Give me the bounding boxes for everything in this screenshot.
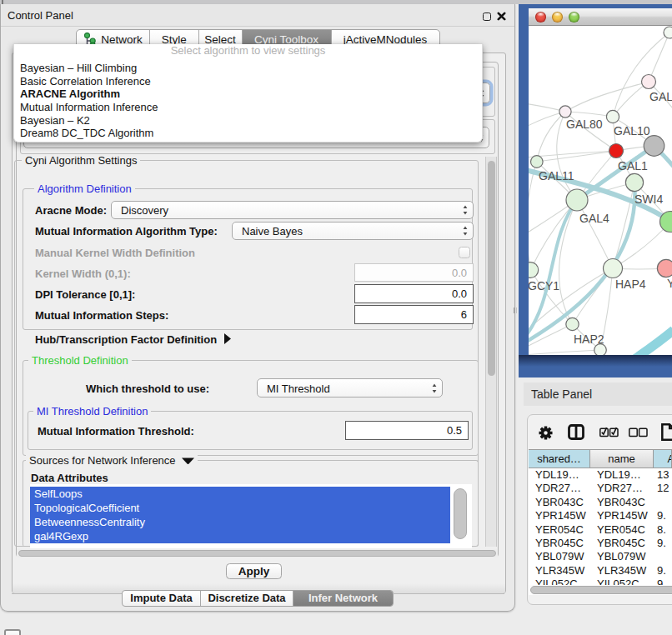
table-cell: YER054C [529,523,590,537]
cyni-algorithm-settings-title: Cyni Algorithm Settings [22,155,140,166]
bottom-tab-impute-data[interactable]: Impute Data [123,591,201,606]
collapse-arrow-icon[interactable] [182,458,194,465]
attribute-list-item[interactable]: TopologicalCoefficient [30,501,450,515]
settings-hscrollbar-thumb[interactable] [18,550,496,557]
bottom-tab-label: Discretize Data [208,592,285,604]
network-node-GAL80[interactable] [559,106,571,118]
manual-kernel-checkbox[interactable] [459,247,470,258]
combo-value: Naive Bayes [242,225,303,238]
table-row[interactable]: YBR045CYBR045C9. [529,537,672,550]
which-threshold-combo[interactable]: MI Threshold [257,378,443,398]
attribute-list-item[interactable]: BetweennessCentrality [30,515,450,529]
apply-button[interactable]: Apply [226,563,282,579]
mi-type-combo[interactable]: Naive Bayes [232,222,474,240]
settings-hscrollbar[interactable] [17,549,498,558]
network-node-n-top[interactable] [664,27,672,38]
network-node-salmon[interactable] [657,259,672,277]
table-cell: 9. [654,509,672,522]
network-edge [613,32,669,117]
network-edge-highlight [632,330,672,355]
combo-value: Discovery [121,204,168,217]
table-row[interactable]: YPR145WYPR145W9. [529,509,672,522]
float-window-icon[interactable] [483,12,491,21]
algorithm-dropdown-popup: Select algorithm to view settingsBayesia… [13,44,483,142]
sources-title-label: Sources for Network Inference [29,454,176,467]
dropdown-item[interactable]: ARACNE Algorithm [14,88,482,101]
which-threshold-label: Which threshold to use: [86,382,209,395]
table-column-header[interactable]: shared… [529,450,590,468]
network-window-titlebar[interactable] [529,8,672,26]
table-row[interactable]: YDL19…YDL19…13 [529,468,672,482]
dropdown-item[interactable]: Basic Correlation Inference [14,75,482,88]
table-column-header[interactable]: A [654,450,672,468]
document-icon[interactable] [661,423,672,441]
table-cell: 8. [654,523,672,537]
network-node-GAL10n[interactable] [606,110,619,122]
gear-icon[interactable] [539,426,553,440]
settings-vscrollbar-thumb[interactable] [488,161,495,376]
table-row[interactable]: YIL052CYIL052C9. [529,578,672,585]
dpi-tolerance-field[interactable]: 0.0 [354,284,474,303]
network-node-label: GAL4 [579,212,609,225]
table-cell: YPR145W [590,509,654,522]
network-node-GAL4[interactable] [566,189,588,211]
splitter-handle[interactable] [514,308,517,313]
table-panel-title: Table Panel [531,388,592,401]
aracne-mode-combo[interactable]: Discovery [111,201,474,219]
network-node-label: HAP2 [574,332,604,346]
network-node-HAP2[interactable] [566,318,579,330]
table-row[interactable]: YER054CYER054C8. [529,523,672,537]
dropdown-item[interactable]: Bayesian – Hill Climbing [14,62,482,75]
table-body: YDL19…YDL19…13YDR27…YDR27…12YBR043CYBR04… [529,468,672,585]
unchecked-columns-icon[interactable] [629,427,648,438]
kernel-width-field[interactable]: 0.0 [354,263,474,282]
hub-definition-label[interactable]: Hub/Transcription Factor Definition [35,333,217,346]
network-node-SWI4[interactable] [625,173,643,191]
minimize-traffic-light[interactable] [552,12,563,22]
network-node-label: GAL11 [539,169,574,182]
network-node-gray[interactable] [644,136,664,157]
network-node-GAL11[interactable] [531,156,544,168]
data-attributes-list[interactable]: SelfLoopsTopologicalCoefficientBetweenne… [30,484,472,548]
settings-vscrollbar[interactable] [485,157,497,547]
dropdown-item[interactable]: Bayesian – K2 [14,114,482,128]
network-node-HAP4[interactable] [604,259,623,278]
network-canvas[interactable]: GAL7GAL80GAL10GAL1GAL11SWI4GAL4GCY1HAP4Y… [529,26,672,355]
attribute-list-item[interactable]: gal4RGexp [30,529,450,543]
table-panel-titlebar: Table Panel [524,382,672,406]
checked-columns-icon[interactable] [599,427,619,438]
table-hscrollbar-thumb[interactable] [530,586,672,594]
manual-kernel-label: Manual Kernel Width Definition [35,247,195,259]
list-scrollbar-thumb[interactable] [454,488,467,539]
network-node-label: GCY1 [529,279,559,292]
dropdown-item[interactable]: Mutual Information Inference [14,101,482,114]
table-row[interactable]: YDR27…YDR27…12 [529,482,672,495]
mi-threshold-field[interactable]: 0.5 [345,421,469,440]
mi-steps-field[interactable]: 6 [354,305,474,324]
close-icon[interactable] [497,12,506,21]
table-row[interactable]: YLR345WYLR345W9. [529,564,672,578]
table-cell: YBR043C [590,496,654,509]
table-column-header[interactable]: name [590,450,654,468]
table-row[interactable]: YBL079WYBL079W [529,550,672,563]
zoom-traffic-light[interactable] [569,12,579,22]
network-node-GAL1[interactable] [609,144,624,158]
attribute-list-item[interactable]: SelfLoops [30,487,450,501]
status-bar-icon[interactable] [4,629,21,635]
bottom-tab-discretize-data[interactable]: Discretize Data [201,591,293,606]
table-row[interactable]: YBR043CYBR043C [529,496,672,509]
network-node-label: GAL80 [566,118,603,131]
table-cell: YER054C [590,523,654,537]
bottom-tab-infer-network[interactable]: Infer Network [293,591,393,606]
table-cell: YBL079W [590,550,654,563]
close-traffic-light[interactable] [535,12,546,22]
table-cell: YDR27… [590,482,654,495]
dropdown-item[interactable]: Dream8 DC_TDC Algorithm [14,127,482,140]
kernel-width-label: Kernel Width (0,1): [35,268,131,280]
split-view-icon[interactable] [568,424,584,440]
expand-arrow-icon[interactable] [223,333,232,344]
network-node-GAL7[interactable] [642,75,656,89]
network-node-GCY1[interactable] [529,262,539,278]
network-node-label: HAP4 [615,278,646,291]
sources-title[interactable]: Sources for Network Inference [26,455,198,466]
